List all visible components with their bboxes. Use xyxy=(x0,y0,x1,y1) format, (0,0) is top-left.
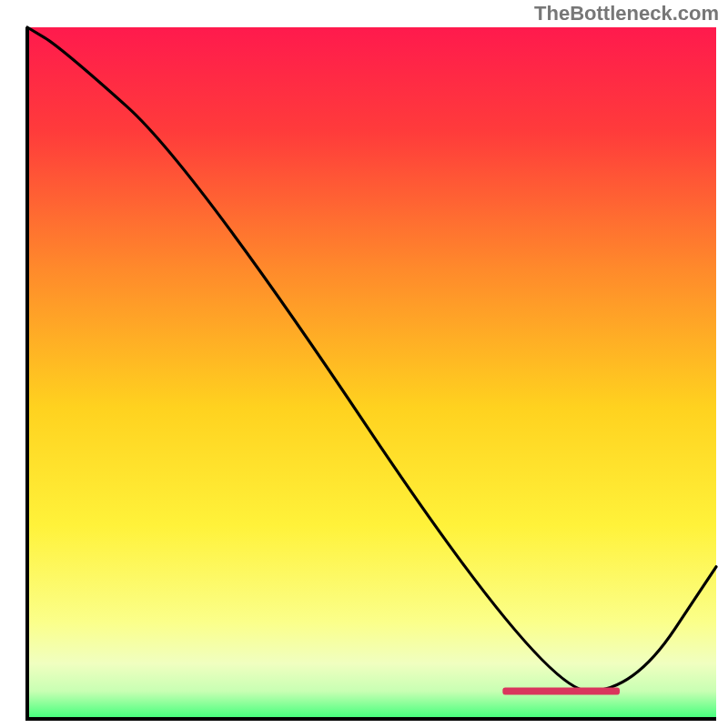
optimal-marker-band xyxy=(502,688,620,695)
chart-container: TheBottleneck.com xyxy=(0,0,728,728)
chart-svg xyxy=(0,0,728,728)
watermark-text: TheBottleneck.com xyxy=(534,2,719,25)
plot-background xyxy=(27,27,716,719)
